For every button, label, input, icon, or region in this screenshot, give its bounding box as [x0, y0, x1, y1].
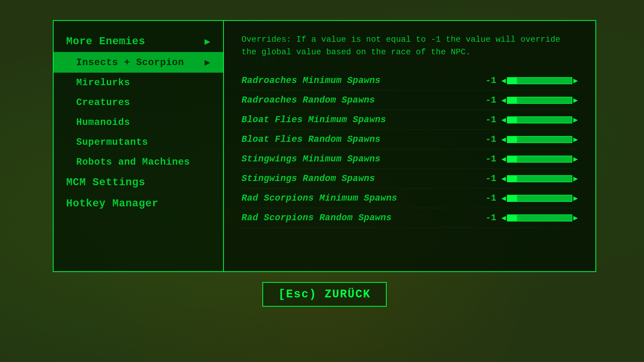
slider-track-bloat-flies-min[interactable] — [507, 116, 572, 123]
slider-right-arrow-bloat-flies-rand[interactable]: ▶ — [573, 135, 578, 144]
description-text: Overrides: If a value is not equal to -1… — [242, 33, 578, 58]
slider-left-arrow-radroaches-rand[interactable]: ◀ — [501, 96, 506, 105]
setting-value-stingwings-min: -1 — [481, 154, 496, 164]
slider-track-stingwings-min[interactable] — [507, 156, 572, 163]
slider-right-arrow-stingwings-rand[interactable]: ▶ — [573, 174, 578, 183]
setting-label-stingwings-min: Stingwings Minimum Spawns — [242, 154, 381, 164]
sidebar-item-mcm-settings[interactable]: MCM Settings — [54, 172, 223, 193]
slider-track-radroaches-rand[interactable] — [507, 97, 572, 104]
setting-value-rad-scorpions-min: -1 — [481, 193, 496, 203]
slider-bloat-flies-rand: ◀ ▶ — [501, 135, 578, 144]
slider-left-arrow-rad-scorpions-min[interactable]: ◀ — [501, 194, 506, 203]
slider-fill-radroaches-min — [507, 78, 517, 84]
ui-container: More Enemies ▶ Insects + Scorpion ▶ Mire… — [53, 20, 596, 322]
sidebar-item-robots-and-machines[interactable]: Robots and Machines — [54, 152, 223, 172]
sidebar-label-supermutants: Supermutants — [76, 137, 148, 148]
setting-label-bloat-flies-rand: Bloat Flies Random Spawns — [242, 134, 381, 145]
back-button[interactable]: [Esc) ZURÜCK — [262, 282, 386, 307]
slider-left-arrow-rad-scorpions-rand[interactable]: ◀ — [501, 213, 506, 222]
slider-bloat-flies-min: ◀ ▶ — [501, 115, 578, 124]
slider-fill-stingwings-rand — [507, 176, 517, 182]
sidebar-label-humanoids: Humanoids — [76, 117, 130, 128]
slider-right-arrow-rad-scorpions-min[interactable]: ▶ — [573, 194, 578, 203]
slider-right-arrow-bloat-flies-min[interactable]: ▶ — [573, 115, 578, 124]
sidebar-item-mirelurks[interactable]: Mirelurks — [54, 73, 223, 93]
slider-stingwings-min: ◀ ▶ — [501, 154, 578, 164]
chevron-right-active-icon: ▶ — [205, 57, 211, 68]
slider-track-rad-scorpions-min[interactable] — [507, 195, 572, 202]
slider-fill-bloat-flies-min — [507, 117, 517, 123]
setting-label-rad-scorpions-min: Rad Scorpions Minimum Spawns — [242, 193, 397, 203]
setting-control-bloat-flies-rand: -1 ◀ ▶ — [481, 134, 578, 145]
slider-right-arrow-rad-scorpions-rand[interactable]: ▶ — [573, 213, 578, 222]
sidebar-item-insects-scorpion[interactable]: Insects + Scorpion ▶ — [54, 52, 223, 73]
slider-right-arrow-stingwings-min[interactable]: ▶ — [573, 154, 578, 164]
setting-control-bloat-flies-min: -1 ◀ ▶ — [481, 115, 578, 125]
sidebar-label-insects-scorpion: Insects + Scorpion — [76, 57, 184, 68]
setting-label-radroaches-min: Radroaches Minimum Spawns — [242, 75, 381, 86]
slider-rad-scorpions-rand: ◀ ▶ — [501, 213, 578, 222]
setting-value-bloat-flies-rand: -1 — [481, 134, 496, 145]
slider-fill-stingwings-min — [507, 156, 517, 162]
sidebar-item-hotkey-manager[interactable]: Hotkey Manager — [54, 193, 223, 214]
sidebar-item-humanoids[interactable]: Humanoids — [54, 112, 223, 132]
slider-right-arrow-radroaches-min[interactable]: ▶ — [573, 76, 578, 85]
slider-track-bloat-flies-rand[interactable] — [507, 136, 572, 143]
setting-control-rad-scorpions-rand: -1 ◀ ▶ — [481, 213, 578, 223]
setting-label-bloat-flies-min: Bloat Flies Minimum Spawns — [242, 115, 386, 125]
setting-row-bloat-flies-min: Bloat Flies Minimum Spawns -1 ◀ ▶ — [242, 110, 578, 130]
setting-value-rad-scorpions-rand: -1 — [481, 213, 496, 223]
slider-left-arrow-bloat-flies-rand[interactable]: ◀ — [501, 135, 506, 144]
setting-label-rad-scorpions-rand: Rad Scorpions Random Spawns — [242, 213, 392, 223]
slider-track-rad-scorpions-rand[interactable] — [507, 214, 572, 221]
setting-row-stingwings-min: Stingwings Minimum Spawns -1 ◀ ▶ — [242, 149, 578, 169]
sidebar-label-more-enemies: More Enemies — [66, 35, 145, 48]
slider-right-arrow-radroaches-rand[interactable]: ▶ — [573, 96, 578, 105]
slider-stingwings-rand: ◀ ▶ — [501, 174, 578, 183]
setting-value-bloat-flies-min: -1 — [481, 115, 496, 125]
setting-control-radroaches-min: -1 ◀ ▶ — [481, 75, 578, 86]
slider-track-stingwings-rand[interactable] — [507, 175, 572, 182]
sidebar-label-hotkey-manager: Hotkey Manager — [66, 198, 158, 210]
setting-row-rad-scorpions-rand: Rad Scorpions Random Spawns -1 ◀ ▶ — [242, 208, 578, 228]
setting-row-bloat-flies-rand: Bloat Flies Random Spawns -1 ◀ ▶ — [242, 130, 578, 149]
setting-row-radroaches-rand: Radroaches Random Spawns -1 ◀ ▶ — [242, 90, 578, 110]
setting-control-stingwings-min: -1 ◀ ▶ — [481, 154, 578, 164]
slider-track-radroaches-min[interactable] — [507, 77, 572, 84]
slider-fill-rad-scorpions-rand — [507, 215, 517, 221]
setting-control-stingwings-rand: -1 ◀ ▶ — [481, 173, 578, 184]
slider-left-arrow-bloat-flies-min[interactable]: ◀ — [501, 115, 506, 124]
sidebar-label-creatures: Creatures — [76, 97, 130, 108]
slider-radroaches-rand: ◀ ▶ — [501, 96, 578, 105]
bottom-bar: [Esc) ZURÜCK — [53, 272, 596, 322]
slider-left-arrow-radroaches-min[interactable]: ◀ — [501, 76, 506, 85]
setting-row-rad-scorpions-min: Rad Scorpions Minimum Spawns -1 ◀ ▶ — [242, 189, 578, 208]
sidebar-label-mirelurks: Mirelurks — [76, 77, 130, 88]
slider-fill-bloat-flies-rand — [507, 137, 517, 143]
setting-control-radroaches-rand: -1 ◀ ▶ — [481, 95, 578, 105]
setting-row-radroaches-min: Radroaches Minimum Spawns -1 ◀ ▶ — [242, 71, 578, 90]
chevron-right-icon: ▶ — [205, 36, 211, 47]
sidebar-item-creatures[interactable]: Creatures — [54, 93, 223, 112]
sidebar-label-robots-and-machines: Robots and Machines — [76, 157, 190, 167]
sidebar-item-supermutants[interactable]: Supermutants — [54, 132, 223, 152]
setting-value-radroaches-min: -1 — [481, 75, 496, 86]
slider-left-arrow-stingwings-rand[interactable]: ◀ — [501, 174, 506, 183]
setting-row-stingwings-rand: Stingwings Random Spawns -1 ◀ ▶ — [242, 169, 578, 189]
sidebar-item-more-enemies[interactable]: More Enemies ▶ — [54, 31, 223, 52]
setting-value-radroaches-rand: -1 — [481, 95, 496, 105]
setting-value-stingwings-rand: -1 — [481, 173, 496, 184]
main-panels: More Enemies ▶ Insects + Scorpion ▶ Mire… — [53, 20, 596, 272]
setting-label-radroaches-rand: Radroaches Random Spawns — [242, 95, 375, 105]
content-panel: Overrides: If a value is not equal to -1… — [224, 20, 596, 272]
slider-left-arrow-stingwings-min[interactable]: ◀ — [501, 154, 506, 164]
slider-rad-scorpions-min: ◀ ▶ — [501, 194, 578, 203]
slider-fill-rad-scorpions-min — [507, 195, 517, 201]
setting-control-rad-scorpions-min: -1 ◀ ▶ — [481, 193, 578, 203]
slider-radroaches-min: ◀ ▶ — [501, 76, 578, 85]
sidebar-label-mcm-settings: MCM Settings — [66, 176, 145, 189]
setting-label-stingwings-rand: Stingwings Random Spawns — [242, 173, 375, 184]
slider-fill-radroaches-rand — [507, 97, 517, 103]
sidebar: More Enemies ▶ Insects + Scorpion ▶ Mire… — [53, 20, 224, 272]
